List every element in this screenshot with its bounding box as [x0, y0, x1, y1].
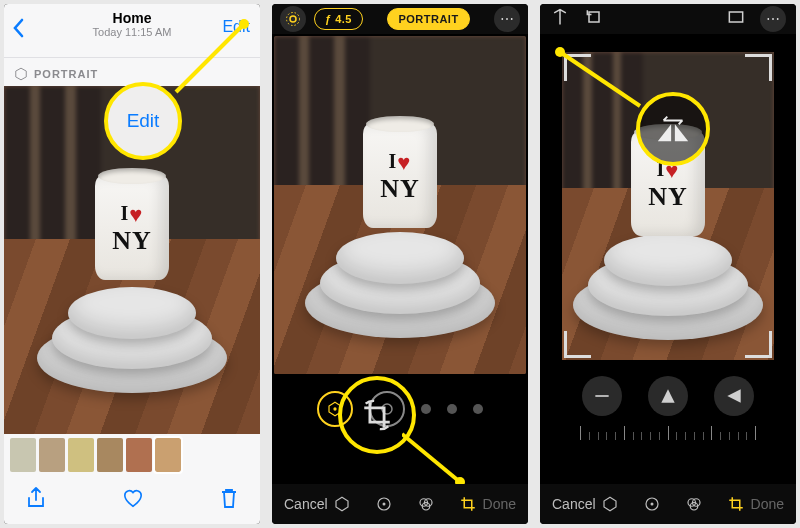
- vertical-perspective-icon[interactable]: [648, 376, 688, 416]
- svg-marker-25: [604, 497, 616, 511]
- crop-top-bar: ⋯: [540, 4, 796, 34]
- tool-portrait-icon[interactable]: [599, 493, 621, 515]
- tool-filters-icon[interactable]: [683, 493, 705, 515]
- photo-subject-cup: I♥ NY: [95, 176, 169, 280]
- done-button[interactable]: Done: [483, 496, 516, 512]
- more-icon[interactable]: ⋯: [760, 6, 786, 32]
- edit-top-bar: ƒ 4.5 PORTRAIT ⋯: [272, 4, 528, 34]
- toolbar: [4, 476, 260, 524]
- crop-canvas[interactable]: I♥NY: [540, 34, 796, 484]
- screen-2-edit-portrait: ƒ 4.5 PORTRAIT ⋯ I♥NY: [272, 4, 528, 524]
- thumbnail-strip[interactable]: [4, 434, 260, 476]
- hexagon-icon: [326, 400, 344, 418]
- lighting-dial-2[interactable]: [369, 391, 405, 427]
- share-icon[interactable]: [26, 486, 46, 515]
- lighting-dial-main[interactable]: [317, 391, 353, 427]
- svg-point-12: [383, 503, 386, 506]
- done-button[interactable]: Done: [751, 496, 784, 512]
- photo-scene: I♥ NY: [4, 86, 260, 434]
- angle-ruler[interactable]: [580, 422, 756, 440]
- hexagon-icon: [14, 67, 28, 81]
- svg-point-3: [290, 16, 296, 22]
- screen-1-photos-detail: Home Today 11:15 AM Edit PORTRAIT I♥ NY: [4, 4, 260, 524]
- lighting-dial-4[interactable]: [447, 404, 457, 414]
- svg-rect-17: [729, 12, 742, 22]
- svg-point-4: [287, 13, 300, 26]
- edit-bottom-bar: Cancel Done: [272, 484, 528, 524]
- chevron-left-icon: [12, 18, 24, 38]
- svg-marker-0: [16, 68, 27, 80]
- favorite-icon[interactable]: [122, 488, 144, 513]
- cancel-button[interactable]: Cancel: [552, 496, 596, 512]
- back-button[interactable]: [12, 18, 24, 38]
- screen-3-crop-mode: ⋯ I♥NY: [540, 4, 796, 524]
- live-photo-icon[interactable]: [280, 6, 306, 32]
- svg-point-7: [382, 404, 392, 414]
- tool-adjust-icon[interactable]: [373, 493, 395, 515]
- aspect-ratio-icon[interactable]: [726, 7, 746, 31]
- svg-point-27: [651, 503, 654, 506]
- tool-crop-icon[interactable]: [457, 493, 479, 515]
- svg-marker-23: [661, 389, 674, 402]
- photo-viewport[interactable]: I♥ NY: [4, 86, 260, 434]
- edit-canvas[interactable]: I♥NY: [272, 34, 528, 484]
- svg-marker-10: [336, 497, 348, 511]
- svg-marker-24: [727, 389, 740, 402]
- portrait-mode-badge[interactable]: PORTRAIT: [387, 8, 469, 30]
- trash-icon[interactable]: [220, 487, 238, 514]
- svg-rect-16: [589, 12, 599, 22]
- portrait-badge-label: PORTRAIT: [34, 68, 98, 80]
- tool-filters-icon[interactable]: [415, 493, 437, 515]
- nav-bar: Home Today 11:15 AM Edit: [4, 4, 260, 58]
- flip-vertical-icon[interactable]: [550, 7, 570, 31]
- horizontal-perspective-icon[interactable]: [714, 376, 754, 416]
- svg-point-6: [333, 407, 336, 410]
- more-icon[interactable]: ⋯: [494, 6, 520, 32]
- cancel-button[interactable]: Cancel: [284, 496, 328, 512]
- tool-crop-icon[interactable]: [725, 493, 747, 515]
- tool-adjust-icon[interactable]: [641, 493, 663, 515]
- aperture-pill[interactable]: ƒ 4.5: [314, 8, 363, 30]
- svg-point-9: [455, 477, 465, 484]
- crop-frame[interactable]: [564, 54, 772, 358]
- straighten-icon[interactable]: [582, 376, 622, 416]
- portrait-badge-row: PORTRAIT: [4, 58, 260, 86]
- tool-portrait-icon[interactable]: [331, 493, 353, 515]
- lighting-dial-5[interactable]: [473, 404, 483, 414]
- lighting-effect-row[interactable]: [272, 374, 528, 444]
- crop-bottom-bar: Cancel Done: [540, 484, 796, 524]
- crop-axis-row: [540, 376, 796, 416]
- rotate-icon[interactable]: [584, 7, 604, 31]
- lighting-dial-3[interactable]: [421, 404, 431, 414]
- edit-button[interactable]: Edit: [222, 18, 250, 36]
